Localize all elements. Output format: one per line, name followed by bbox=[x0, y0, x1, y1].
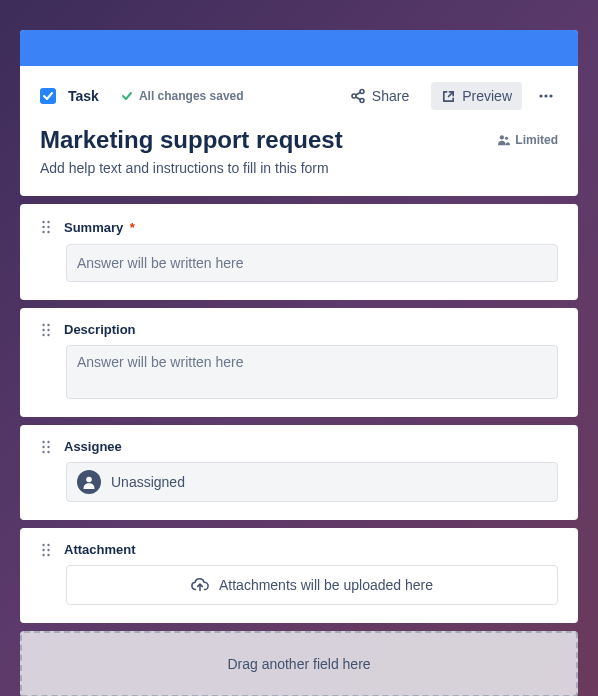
assignee-value: Unassigned bbox=[111, 474, 185, 490]
field-card-assignee[interactable]: Assignee Unassigned bbox=[20, 425, 578, 520]
summary-input[interactable]: Answer will be written here bbox=[66, 244, 558, 282]
svg-line-3 bbox=[356, 93, 361, 96]
field-label-attachment: Attachment bbox=[64, 542, 136, 557]
header-accent-bar bbox=[20, 30, 578, 66]
field-label-summary: Summary bbox=[64, 220, 123, 235]
access-limited-badge[interactable]: Limited bbox=[497, 133, 558, 147]
svg-point-17 bbox=[42, 323, 44, 325]
svg-point-25 bbox=[42, 445, 44, 447]
svg-point-7 bbox=[544, 94, 547, 97]
field-card-description[interactable]: Description Answer will be written here bbox=[20, 308, 578, 417]
svg-point-28 bbox=[47, 450, 49, 452]
svg-point-15 bbox=[42, 231, 44, 233]
drag-handle-icon[interactable] bbox=[40, 323, 52, 337]
form-title[interactable]: Marketing support request bbox=[40, 126, 497, 154]
attachment-upload[interactable]: Attachments will be uploaded here bbox=[66, 565, 558, 605]
dropzone-label: Drag another field here bbox=[227, 656, 370, 672]
svg-point-11 bbox=[42, 221, 44, 223]
check-icon bbox=[121, 90, 133, 102]
svg-point-34 bbox=[42, 553, 44, 555]
svg-point-32 bbox=[42, 548, 44, 550]
svg-point-35 bbox=[47, 553, 49, 555]
field-label-assignee: Assignee bbox=[64, 439, 122, 454]
drag-handle-icon[interactable] bbox=[40, 220, 52, 234]
svg-point-14 bbox=[47, 226, 49, 228]
description-placeholder: Answer will be written here bbox=[77, 354, 244, 370]
svg-point-13 bbox=[42, 226, 44, 228]
required-indicator: * bbox=[130, 220, 135, 235]
svg-point-0 bbox=[360, 90, 364, 94]
attachment-placeholder: Attachments will be uploaded here bbox=[219, 577, 433, 593]
cloud-upload-icon bbox=[191, 577, 209, 593]
svg-point-23 bbox=[42, 440, 44, 442]
drag-handle-icon[interactable] bbox=[40, 543, 52, 557]
svg-point-20 bbox=[47, 328, 49, 330]
svg-point-33 bbox=[47, 548, 49, 550]
svg-point-1 bbox=[352, 94, 356, 98]
svg-point-26 bbox=[47, 445, 49, 447]
svg-point-2 bbox=[360, 99, 364, 103]
svg-point-29 bbox=[86, 477, 92, 483]
form-title-row: Marketing support request Limited bbox=[20, 126, 578, 160]
preview-button[interactable]: Preview bbox=[431, 82, 522, 110]
preview-button-label: Preview bbox=[462, 88, 512, 104]
assignee-select[interactable]: Unassigned bbox=[66, 462, 558, 502]
svg-point-21 bbox=[42, 333, 44, 335]
external-link-icon bbox=[441, 89, 456, 104]
avatar-icon bbox=[77, 470, 101, 494]
svg-point-8 bbox=[549, 94, 552, 97]
field-label-description: Description bbox=[64, 322, 136, 337]
save-status: All changes saved bbox=[121, 89, 244, 103]
toolbar: Task All changes saved Share Preview bbox=[20, 66, 578, 126]
more-actions-button[interactable] bbox=[534, 84, 558, 108]
save-status-label: All changes saved bbox=[139, 89, 244, 103]
field-card-summary[interactable]: Summary * Answer will be written here bbox=[20, 204, 578, 300]
description-input[interactable]: Answer will be written here bbox=[66, 345, 558, 399]
summary-placeholder: Answer will be written here bbox=[77, 255, 244, 271]
svg-point-18 bbox=[47, 323, 49, 325]
svg-point-10 bbox=[505, 137, 508, 140]
svg-point-16 bbox=[47, 231, 49, 233]
drag-handle-icon[interactable] bbox=[40, 440, 52, 454]
svg-point-9 bbox=[500, 135, 504, 139]
svg-point-22 bbox=[47, 333, 49, 335]
access-limited-label: Limited bbox=[515, 133, 558, 147]
svg-point-27 bbox=[42, 450, 44, 452]
people-icon bbox=[497, 134, 511, 146]
svg-point-30 bbox=[42, 543, 44, 545]
task-type-label[interactable]: Task bbox=[68, 88, 99, 104]
add-field-dropzone[interactable]: Drag another field here bbox=[20, 631, 578, 696]
form-help-text[interactable]: Add help text and instructions to fill i… bbox=[20, 160, 578, 196]
svg-point-24 bbox=[47, 440, 49, 442]
share-button[interactable]: Share bbox=[340, 82, 419, 110]
svg-point-6 bbox=[539, 94, 542, 97]
form-header-card: Task All changes saved Share Preview bbox=[20, 30, 578, 196]
share-icon bbox=[350, 88, 366, 104]
share-button-label: Share bbox=[372, 88, 409, 104]
task-check-icon bbox=[40, 88, 56, 104]
svg-point-12 bbox=[47, 221, 49, 223]
field-card-attachment[interactable]: Attachment Attachments will be uploaded … bbox=[20, 528, 578, 623]
svg-point-19 bbox=[42, 328, 44, 330]
svg-point-31 bbox=[47, 543, 49, 545]
svg-line-4 bbox=[356, 97, 361, 100]
more-horizontal-icon bbox=[537, 87, 555, 105]
